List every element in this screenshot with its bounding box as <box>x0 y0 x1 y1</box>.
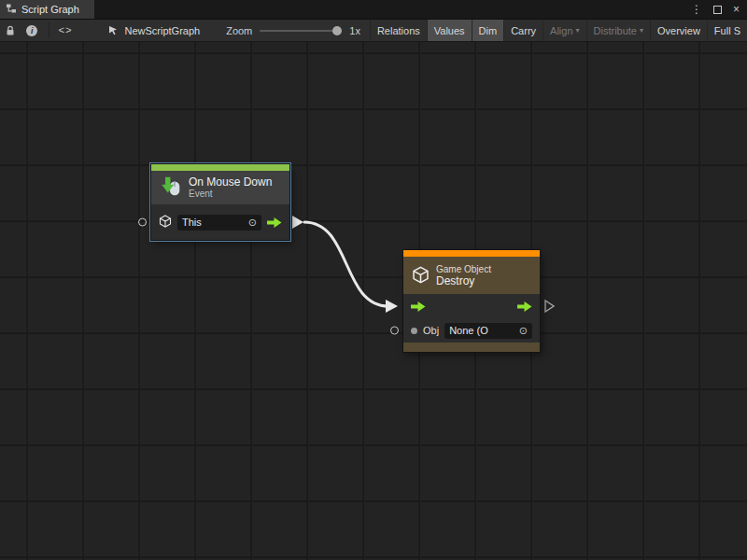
control-output-port[interactable] <box>267 217 282 228</box>
graph-toolbar: i <> NewScriptGraph Zoom 1x Relations Va… <box>0 19 747 42</box>
wire-start-arrow-icon <box>292 216 303 229</box>
close-icon[interactable]: × <box>733 3 740 16</box>
wires-layer <box>0 42 747 560</box>
maximize-icon[interactable] <box>713 6 722 14</box>
graph-breadcrumb[interactable]: NewScriptGraph <box>107 20 200 41</box>
wire-end-arrow-icon <box>386 300 398 313</box>
mouse-down-icon <box>160 175 182 200</box>
value-input-port[interactable] <box>138 218 147 227</box>
titlebar-spacer <box>94 0 691 19</box>
node-subtitle: Event <box>189 189 272 200</box>
node-header[interactable]: On Mouse Down Event <box>151 171 289 204</box>
node-body: Obj None (O ⊙ <box>403 294 540 343</box>
chevron-down-icon: ▾ <box>576 26 580 35</box>
port-label: Obj <box>423 325 439 336</box>
lock-icon[interactable] <box>0 20 21 41</box>
node-kind: Game Object <box>436 264 491 275</box>
graph-canvas[interactable]: On Mouse Down Event This ⊙ <box>0 42 747 560</box>
gameobject-cube-icon <box>412 266 430 286</box>
control-output-port[interactable] <box>517 301 532 312</box>
window-menu-icon[interactable]: ⋮ <box>691 3 702 16</box>
toolbar-button-carry[interactable]: Carry <box>503 20 543 41</box>
zoom-value: 1x <box>349 25 360 36</box>
graph-asset-icon <box>107 24 119 37</box>
toolbar-button-relations[interactable]: Relations <box>370 20 427 41</box>
flow-continuation-icon <box>545 301 554 312</box>
node-accent-strip <box>151 164 289 171</box>
node-on-mouse-down[interactable]: On Mouse Down Event This ⊙ <box>151 164 289 240</box>
node-title: On Mouse Down <box>189 176 272 189</box>
tab-title: Script Graph <box>21 4 79 15</box>
chevron-down-icon: ▾ <box>640 26 643 35</box>
graph-name: NewScriptGraph <box>124 25 200 36</box>
node-accent-strip <box>403 250 540 257</box>
gameobject-cube-icon <box>159 215 172 230</box>
toolbar-button-fullscreen[interactable]: Full S <box>707 20 747 41</box>
value-input-port[interactable] <box>390 327 399 335</box>
window-controls: ⋮ × <box>691 0 747 19</box>
toolbar-button-distribute[interactable]: Distribute▾ <box>586 20 650 41</box>
target-object-value: This <box>182 217 202 228</box>
object-field[interactable]: None (O ⊙ <box>444 323 532 339</box>
target-object-field[interactable]: This ⊙ <box>177 215 261 231</box>
script-graph-window: Script Graph ⋮ × i <> NewScriptGraph Zoo… <box>0 0 747 560</box>
node-titles: On Mouse Down Event <box>189 176 272 200</box>
toolbar-button-align[interactable]: Align▾ <box>543 20 585 41</box>
tab-script-graph[interactable]: Script Graph <box>0 0 94 19</box>
toolbar-buttons: Relations Values Dim Carry Align▾ Distri… <box>370 20 747 41</box>
port-dot-icon <box>411 328 417 334</box>
zoom-control: Zoom 1x <box>226 20 360 41</box>
node-header[interactable]: Game Object Destroy <box>403 257 540 294</box>
node-title: Destroy <box>436 275 491 287</box>
node-body: This ⊙ <box>151 204 289 240</box>
object-field-value: None (O <box>449 325 488 336</box>
zoom-label: Zoom <box>226 25 252 36</box>
connection-wire[interactable] <box>304 222 388 306</box>
code-view-icon[interactable]: <> <box>55 20 77 41</box>
node-titles: Game Object Destroy <box>436 264 491 287</box>
toolbar-button-dim[interactable]: Dim <box>472 20 504 41</box>
zoom-slider-handle[interactable] <box>332 26 342 35</box>
object-picker-icon[interactable]: ⊙ <box>248 217 257 229</box>
node-destroy[interactable]: Game Object Destroy Obj <box>403 250 540 352</box>
node-footer-strip <box>403 343 540 352</box>
titlebar: Script Graph ⋮ × <box>0 0 747 19</box>
info-icon[interactable]: i <box>21 20 43 41</box>
toolbar-button-values[interactable]: Values <box>427 20 472 41</box>
control-input-port[interactable] <box>411 301 426 312</box>
zoom-slider[interactable] <box>260 30 342 32</box>
toolbar-separator <box>49 22 49 38</box>
object-picker-icon[interactable]: ⊙ <box>519 325 528 337</box>
toolbar-button-overview[interactable]: Overview <box>650 20 707 41</box>
script-graph-icon <box>6 3 17 16</box>
